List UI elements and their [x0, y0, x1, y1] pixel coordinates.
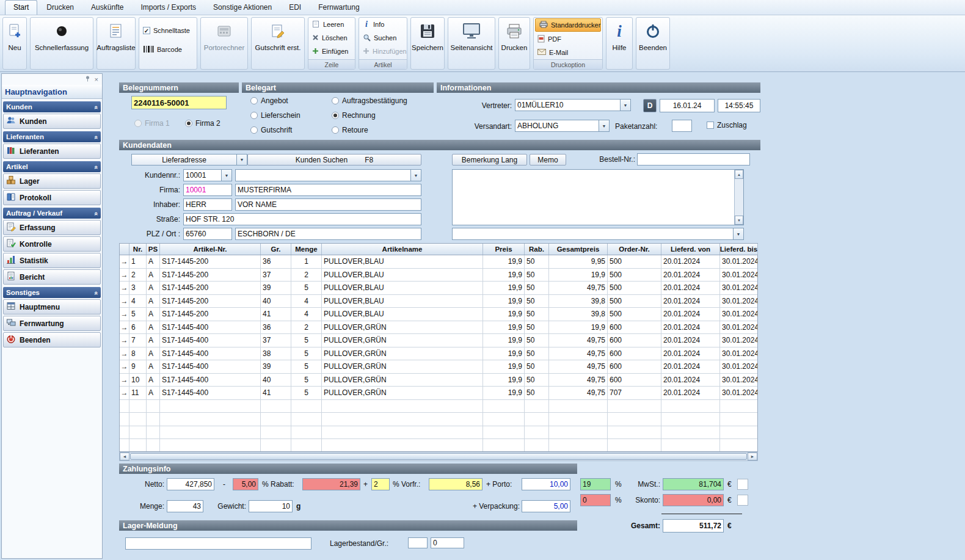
standard-printer-option[interactable]: Standarddrucker [535, 18, 601, 32]
col-artikelname[interactable]: Artikelname [322, 244, 483, 255]
skonto-field[interactable]: 0,00 [663, 494, 724, 506]
table-row[interactable]: →9AS17-1445-400395PULLOVER,GRÜN19,95049,… [120, 360, 757, 374]
sidebar-item-protokoll[interactable]: Protokoll [3, 190, 101, 205]
delete-line-button[interactable]: Löschen [308, 31, 355, 45]
save-button[interactable]: Speichern [410, 17, 445, 70]
dropdown-arrow-icon[interactable]: ▼ [620, 100, 630, 111]
tab-auskuenfte[interactable]: Auskünfte [83, 1, 131, 15]
versandart-select[interactable]: ABHOLUNG ▼ [515, 120, 610, 132]
tab-fernwartung[interactable]: Fernwartung [310, 1, 367, 15]
quick-entry-button[interactable]: Schnellerfassung [30, 17, 93, 70]
vertreter-select[interactable]: 01MÜLLER10 ▼ [515, 99, 631, 111]
lagerbestand-field[interactable]: 0 [431, 537, 464, 548]
print-button[interactable]: Drucken [498, 17, 530, 70]
col-ps[interactable]: PS [147, 244, 160, 255]
kundennr-select[interactable]: 10001 ▼ [183, 169, 232, 181]
table-row[interactable]: →11AS17-1445-400415PULLOVER,GRÜN19,95049… [120, 387, 757, 400]
inhaber-name-field[interactable]: VOR NAME [235, 198, 421, 211]
inhaber-anrede-field[interactable]: HERR [183, 198, 232, 211]
lieferadresse-button[interactable]: Lieferadresse ▼ [131, 154, 247, 165]
nav-section-artikel[interactable]: Artikel « [3, 161, 101, 172]
gewicht-field[interactable]: 10 [249, 500, 293, 512]
nav-section-auftrag-verkauf[interactable]: Auftrag / Verkauf « [3, 208, 101, 219]
sidebar-item-kunden[interactable]: Kunden [3, 114, 101, 129]
memo-button[interactable]: Memo [530, 154, 566, 165]
pin-icon[interactable] [85, 75, 90, 84]
memo-select[interactable]: ▼ [452, 228, 744, 240]
vorfracht-prozent-field[interactable]: 2 [371, 478, 390, 490]
col-lieferd-bis[interactable]: Lieferd. bis [720, 244, 758, 255]
radio-rechnung[interactable]: Rechnung [332, 111, 376, 120]
radio-firma2[interactable]: Firma 2 [185, 119, 220, 128]
scroll-up-button[interactable]: ▲ [735, 170, 743, 179]
sidebar-item-lieferanten[interactable]: Lieferanten [3, 144, 101, 159]
table-row[interactable] [120, 439, 757, 452]
table-row[interactable]: →5AS17-1445-200414PULLOVER,BLAU19,95039,… [120, 308, 757, 321]
col-menge[interactable]: Menge [291, 244, 322, 255]
col-rab[interactable]: Rab. [525, 244, 549, 255]
scrollbar-track[interactable] [735, 179, 743, 216]
memo-textarea[interactable] [453, 170, 734, 225]
scrollbar-thumb[interactable] [130, 453, 747, 460]
barcode-toggle[interactable]: Barcode [139, 43, 197, 56]
order-list-button[interactable]: Auftragsliste [96, 17, 136, 70]
article-info-button[interactable]: i Info [359, 18, 407, 31]
sidebar-item-bericht[interactable]: Bericht [3, 269, 101, 285]
sidebar-item-fernwartung[interactable]: Fernwartung [3, 316, 101, 331]
table-row[interactable] [120, 400, 757, 413]
col-preis[interactable]: Preis [483, 244, 525, 255]
credit-note-button[interactable]: Gutschrift erst. [251, 17, 305, 70]
table-row[interactable]: →3AS17-1445-200395PULLOVER,BLAU19,95049,… [120, 282, 757, 295]
col-ordernr[interactable]: Order-Nr. [608, 244, 661, 255]
scroll-left-button[interactable]: ◄ [120, 453, 129, 460]
exit-button[interactable]: Beenden [636, 17, 670, 70]
verpackung-field[interactable]: 5,00 [522, 500, 570, 512]
clear-line-button[interactable]: Leeren [308, 18, 355, 31]
new-button[interactable]: Neu [2, 17, 27, 70]
col-nr[interactable]: Nr. [129, 244, 147, 255]
lagerbestand-gr-field[interactable] [408, 537, 428, 548]
pdf-option[interactable]: PDF [534, 32, 602, 46]
dropdown-arrow-icon[interactable]: ▼ [410, 170, 421, 181]
sidebar-item-hauptmenu[interactable]: Hauptmenu [3, 299, 101, 315]
dropdown-arrow-icon[interactable]: ▼ [236, 155, 247, 165]
zuschlag-checkbox[interactable]: Zuschlag [707, 121, 747, 129]
plz-field[interactable]: 65760 [183, 228, 232, 240]
firma-nr-field[interactable]: 10001 [183, 184, 232, 196]
netto-field[interactable]: 427,850 [167, 478, 214, 490]
radio-angebot[interactable]: Angebot [250, 96, 288, 105]
document-number-field[interactable]: 2240116-50001 [131, 96, 227, 109]
mwst-prozent-field[interactable]: 19 [580, 478, 611, 490]
sidebar-item-lager[interactable]: Lager [3, 173, 101, 189]
vorfracht-field[interactable]: 8,56 [429, 478, 482, 490]
radio-gutschrift[interactable]: Gutschrift [250, 126, 292, 134]
table-row[interactable]: →8AS17-1445-400385PULLOVER,GRÜN19,95049,… [120, 347, 757, 361]
nav-section-lieferanten[interactable]: Lieferanten « [3, 131, 101, 142]
date-field[interactable]: 16.01.24 [660, 99, 715, 112]
table-row[interactable]: →7AS17-1445-400375PULLOVER,GRÜN19,95049,… [120, 334, 757, 347]
d-button[interactable]: D [643, 99, 657, 112]
article-search-button[interactable]: Suchen [359, 31, 407, 45]
table-row[interactable] [120, 413, 757, 426]
tab-start[interactable]: Start [5, 0, 37, 15]
rabatt-field[interactable]: 21,39 [302, 478, 360, 490]
tab-drucken[interactable]: Drucken [38, 1, 82, 15]
email-option[interactable]: E-Mail [534, 46, 602, 59]
table-row[interactable]: →4AS17-1445-200404PULLOVER,BLAU19,95039,… [120, 295, 757, 308]
nav-section-sonstiges[interactable]: Sonstiges « [3, 287, 101, 298]
table-row[interactable]: →2AS17-1445-200372PULLOVER,BLAU19,95019,… [120, 269, 757, 282]
table-horizontal-scrollbar[interactable]: ◄ ► [119, 452, 758, 461]
radio-retoure[interactable]: Retoure [332, 126, 368, 134]
sidebar-item-beenden[interactable]: Beenden [3, 332, 101, 347]
sidebar-item-erfassung[interactable]: Erfassung [3, 220, 101, 235]
rabatt-prozent-field[interactable]: 5,00 [233, 478, 258, 490]
menge-field[interactable]: 43 [167, 500, 203, 512]
table-row[interactable]: →10AS17-1445-400405PULLOVER,GRÜN19,95049… [120, 374, 757, 387]
page-preview-button[interactable]: Seitenansicht [448, 17, 495, 70]
col-gesamtpreis[interactable]: Gesamtpreis [549, 244, 608, 255]
table-row[interactable]: →6AS17-1445-400362PULLOVER,GRÜN19,95019,… [120, 321, 757, 335]
scroll-down-button[interactable]: ▼ [735, 216, 743, 225]
lager-meldung-input[interactable] [125, 537, 311, 550]
kundenname-select[interactable]: ▼ [235, 169, 421, 181]
schnelltaste-toggle[interactable]: Schnelltaste [139, 24, 197, 37]
